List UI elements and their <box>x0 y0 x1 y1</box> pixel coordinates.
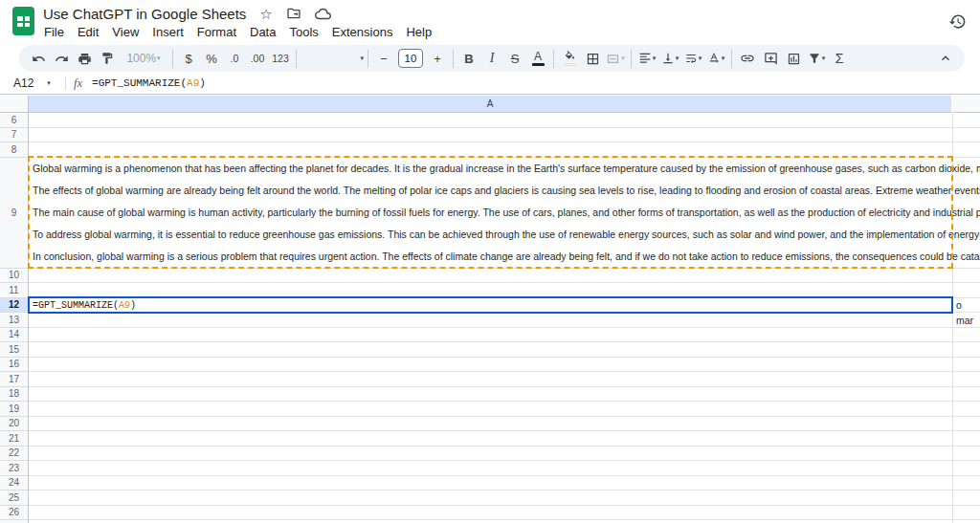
menu-insert[interactable]: Insert <box>145 23 190 41</box>
row-15[interactable] <box>29 342 980 358</box>
row-header-14[interactable]: 14 <box>0 328 28 343</box>
selected-cell-a12[interactable]: =GPT_SUMMARIZE(A9) <box>28 296 953 314</box>
font-size-input[interactable]: 10 <box>398 49 423 68</box>
version-history-icon[interactable] <box>946 10 969 33</box>
row-header-7[interactable]: 7 <box>0 128 28 143</box>
row-header-20[interactable]: 20 <box>0 417 28 432</box>
menu-data[interactable]: Data <box>243 23 282 41</box>
cloud-status-icon[interactable] <box>315 6 331 22</box>
row-header-22[interactable]: 22 <box>0 447 28 462</box>
row-25[interactable] <box>29 490 980 506</box>
redo-icon[interactable] <box>50 47 73 70</box>
text-rotation-icon[interactable]: ▾ <box>704 47 727 70</box>
menu-tools[interactable]: Tools <box>282 23 324 41</box>
percent-format-button[interactable]: % <box>200 47 223 70</box>
vertical-align-icon[interactable]: ▾ <box>658 47 681 70</box>
row-header-21[interactable]: 21 <box>0 431 28 447</box>
document-title[interactable]: Use ChatGPT in Google Sheets <box>43 6 246 22</box>
row-9[interactable]: Global warming is a phenomenon that has … <box>29 158 980 269</box>
row-19[interactable] <box>29 402 980 417</box>
row-header-25[interactable]: 25 <box>0 490 28 506</box>
filter-icon[interactable]: ▾ <box>805 47 828 70</box>
row-header-18[interactable]: 18 <box>0 387 28 403</box>
currency-format-button[interactable]: $ <box>177 47 200 70</box>
insert-chart-icon[interactable] <box>782 47 805 70</box>
row-header-24[interactable]: 24 <box>0 476 28 491</box>
paint-format-icon[interactable] <box>96 47 119 70</box>
cell-a9-paragraph: The effects of global warming are alread… <box>29 180 980 202</box>
formula-input[interactable]: =GPT_SUMMARIZE(A9) <box>92 77 206 89</box>
borders-icon[interactable] <box>581 47 604 70</box>
row-header-10[interactable]: 10 <box>0 269 28 284</box>
row-6[interactable] <box>29 113 980 128</box>
decrease-font-size-button[interactable]: − <box>372 47 395 70</box>
row-18[interactable] <box>29 387 980 403</box>
sheets-logo-icon[interactable] <box>12 7 34 35</box>
menu-help[interactable]: Help <box>399 23 438 41</box>
menu-bar: FileEditViewInsertFormatDataToolsExtensi… <box>37 23 438 41</box>
select-all-corner[interactable] <box>0 96 29 113</box>
google-sheets-app: Use ChatGPT in Google Sheets ☆ FileEditV… <box>0 0 980 523</box>
row-24[interactable] <box>29 476 980 491</box>
row-13[interactable] <box>29 313 980 328</box>
row-header-26[interactable]: 26 <box>0 506 28 521</box>
cell-a9-paragraph: To address global warming, it is essenti… <box>29 224 980 246</box>
row-16[interactable] <box>29 358 980 373</box>
column-header-b[interactable] <box>953 96 980 113</box>
text-wrap-icon[interactable]: ▾ <box>681 47 704 70</box>
row-header-17[interactable]: 17 <box>0 372 28 387</box>
horizontal-align-icon[interactable]: ▾ <box>635 47 658 70</box>
row-22[interactable] <box>29 447 980 462</box>
cell-area[interactable]: Global warming is a phenomenon that has … <box>29 113 980 523</box>
font-family-select[interactable]: ▾ <box>301 47 364 70</box>
row-header-19[interactable]: 19 <box>0 402 28 417</box>
undo-icon[interactable] <box>27 47 50 70</box>
row-header-15[interactable]: 15 <box>0 342 28 358</box>
menu-view[interactable]: View <box>105 23 145 41</box>
row-23[interactable] <box>29 461 980 476</box>
print-icon[interactable] <box>73 47 96 70</box>
star-icon[interactable]: ☆ <box>259 7 272 21</box>
row-header-12[interactable]: 12 <box>0 298 28 314</box>
menu-file[interactable]: File <box>37 23 71 41</box>
collapse-toolbar-icon[interactable] <box>934 47 957 70</box>
row-10[interactable] <box>29 269 980 284</box>
row-20[interactable] <box>29 417 980 432</box>
menu-format[interactable]: Format <box>190 23 243 41</box>
row-header-23[interactable]: 23 <box>0 461 28 476</box>
functions-button[interactable]: Σ <box>828 47 851 70</box>
name-box[interactable]: A12 ▾ <box>0 76 59 90</box>
decrease-decimal-button[interactable]: .0 <box>223 47 246 70</box>
italic-button[interactable]: I <box>480 47 503 70</box>
row-header-13[interactable]: 13 <box>0 313 28 328</box>
row-header-9[interactable]: 9 <box>0 158 28 269</box>
strikethrough-button[interactable]: S <box>503 47 526 70</box>
cell-a9-paragraph: The main cause of global warming is huma… <box>29 202 980 224</box>
row-header-11[interactable]: 11 <box>0 283 28 298</box>
row-header-8[interactable]: 8 <box>0 142 28 158</box>
row-17[interactable] <box>29 372 980 387</box>
row-21[interactable] <box>29 431 980 447</box>
insert-link-icon[interactable] <box>736 47 759 70</box>
row-14[interactable] <box>29 328 980 343</box>
menu-extensions[interactable]: Extensions <box>325 23 400 41</box>
fill-color-icon[interactable] <box>558 47 581 70</box>
row-8[interactable] <box>29 142 980 158</box>
menu-edit[interactable]: Edit <box>71 23 105 41</box>
row-7[interactable] <box>29 128 980 143</box>
row-26[interactable] <box>29 506 980 521</box>
insert-comment-icon[interactable] <box>759 47 782 70</box>
text-color-button[interactable]: A <box>526 47 549 70</box>
name-box-caret-icon: ▾ <box>47 79 51 87</box>
bold-button[interactable]: B <box>457 47 480 70</box>
move-folder-icon[interactable] <box>286 6 301 21</box>
row-header-16[interactable]: 16 <box>0 358 28 373</box>
top-bar: Use ChatGPT in Google Sheets ☆ FileEditV… <box>0 0 980 44</box>
number-format-button[interactable]: 123 <box>269 47 292 70</box>
row-header-6[interactable]: 6 <box>0 113 28 128</box>
increase-font-size-button[interactable]: + <box>426 47 449 70</box>
column-header-a[interactable]: A <box>29 96 952 113</box>
cell-a9-paragraph: Global warming is a phenomenon that has … <box>29 158 980 180</box>
zoom-select[interactable]: 100%▾ <box>119 47 168 70</box>
increase-decimal-button[interactable]: .00 <box>246 47 269 70</box>
